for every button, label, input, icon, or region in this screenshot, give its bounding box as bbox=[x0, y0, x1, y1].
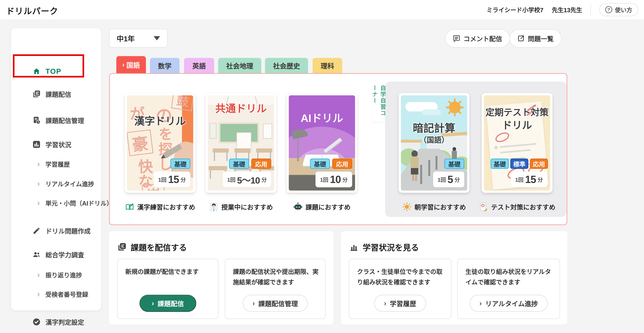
test-drill-cover: 定期テスト対策 ドリル 基礎 標準 応用 1回15分 bbox=[484, 95, 550, 191]
drill-card-teiki-test[interactable]: 定期テスト対策 ドリル 基礎 標準 応用 1回15分 bbox=[482, 93, 552, 193]
self-study-corner-label: 自学自習コーナー bbox=[370, 85, 387, 122]
sidebar-item-top[interactable]: TOP bbox=[11, 66, 101, 77]
student-figure bbox=[409, 150, 420, 181]
tab-label: 数学 bbox=[158, 61, 172, 70]
sidebar-item-kadai-kanri[interactable]: 課題配信管理 bbox=[11, 114, 101, 126]
duration-box: 1回10分 bbox=[316, 172, 352, 187]
drill-title: 漢字ドリル bbox=[127, 113, 193, 127]
guardrail bbox=[428, 160, 430, 176]
desk bbox=[213, 148, 229, 153]
teacher-name: 先生13先生 bbox=[552, 5, 582, 14]
kanji-deco-box: 豪 bbox=[127, 129, 154, 156]
sidebar-item-gakushu-jokyo[interactable]: 学習状況 bbox=[11, 139, 101, 150]
problem-list-label: 問題一覧 bbox=[528, 34, 554, 43]
sidebar-item-gakushu-rireki[interactable]: › 学習履歴 bbox=[11, 158, 101, 170]
badge-basic: 基礎 bbox=[491, 159, 509, 169]
realtime-shinchoku-button[interactable]: リアルタイム進捗 bbox=[470, 295, 548, 312]
tab-rika[interactable]: 理科 bbox=[312, 58, 342, 73]
self-study-corner-tab: 自学自習コーナー bbox=[372, 85, 385, 122]
sidebar-item-sogo-gakuryoku[interactable]: 総合学力調査 bbox=[11, 249, 101, 260]
drill-caption: 漢字練習におすすめ bbox=[118, 201, 202, 212]
question-icon: ? bbox=[605, 6, 612, 13]
chevron-right-icon: › bbox=[37, 179, 40, 188]
kadai-haishin-label: 課題配信 bbox=[158, 299, 184, 308]
help-button[interactable]: ? 使い方 bbox=[599, 3, 638, 16]
drill-card-anki[interactable]: 暗記計算 （国語） 基礎 1回5分 bbox=[399, 93, 470, 193]
chevron-right-icon: › bbox=[37, 271, 40, 279]
tab-kokugo[interactable]: 国語 bbox=[116, 56, 146, 73]
ai-drill-cover: AIドリル 基礎 応用 1回10分 bbox=[289, 95, 355, 191]
badge-basic: 基礎 bbox=[170, 159, 190, 169]
cloud bbox=[422, 109, 441, 115]
drill-caption: テスト対策におすすめ bbox=[475, 201, 559, 212]
sun-illustration bbox=[449, 101, 461, 113]
sidebar-item-drill-sakusei[interactable]: ドリル問題作成 bbox=[11, 225, 101, 237]
tab-eigo[interactable]: 英語 bbox=[184, 58, 214, 73]
tab-shakai-rekishi[interactable]: 社会歴史 bbox=[265, 58, 308, 73]
history-text: クラス・生徒単位で今までの取り組み状況を確認できます bbox=[357, 267, 444, 287]
subject-panel: 自学自習コーナー が の 鼓 を探して 豪 快な 動 嵐 漢字ドリル 基礎 1回… bbox=[109, 73, 567, 225]
chevron-right-icon: › bbox=[37, 199, 40, 207]
sidebar-item-kanji-hantei[interactable]: 漢字判定設定 bbox=[11, 316, 101, 328]
desk bbox=[234, 148, 250, 153]
duration-box: 1回5〜10分 bbox=[223, 172, 271, 187]
badge-advanced: 応用 bbox=[251, 159, 271, 169]
comment-delivery-label: コメント配信 bbox=[464, 34, 502, 43]
tab-label: 社会地理 bbox=[226, 61, 253, 70]
sidebar-item-furikaeri[interactable]: › 振り返り進捗 bbox=[11, 269, 101, 281]
status-section-heading: 学習状況を見る bbox=[350, 241, 419, 253]
history-card: クラス・生徒単位で今までの取り組み状況を確認できます 学習履歴 bbox=[349, 259, 452, 319]
kadai-kanri-label: 課題配信管理 bbox=[258, 299, 298, 308]
assign-section: 課題を配信する 新規の課題が配信できます 課題配信 課題の配信状況や提出期限、実… bbox=[109, 231, 334, 324]
grade-dropdown-value: 中1年 bbox=[117, 33, 135, 43]
sidebar-item-jukensha-toroku[interactable]: › 受検者番号登録 bbox=[11, 288, 101, 300]
guardrail bbox=[436, 156, 438, 170]
drill-card-kyotsu[interactable]: 共通ドリル 基礎 応用 1回5〜10分 bbox=[206, 93, 276, 193]
kanji-drill-cover: が の 鼓 を探して 豪 快な 動 嵐 漢字ドリル 基礎 1回15分 bbox=[127, 95, 193, 191]
app-header: ドリルパーク ミライシード小学校7 先生13先生 ? 使い方 bbox=[0, 0, 644, 19]
gakushu-rireki-button[interactable]: 学習履歴 bbox=[374, 295, 426, 312]
test-paper-icon bbox=[479, 202, 488, 211]
header-divider bbox=[590, 4, 591, 15]
lamp-shade bbox=[291, 128, 308, 139]
header-right: ミライシード小学校7 先生13先生 ? 使い方 bbox=[486, 0, 638, 19]
badge-standard: 標準 bbox=[510, 159, 528, 169]
tab-label: 英語 bbox=[192, 61, 206, 70]
sidebar-item-tangen-shomon[interactable]: › 単元・小問（AIドリル） bbox=[11, 197, 101, 209]
sidebar-item-realtime-shinchoku[interactable]: › リアルタイム進捗 bbox=[11, 178, 101, 189]
common-drill-cover: 共通ドリル 基礎 応用 1回5〜10分 bbox=[208, 95, 274, 191]
sidebar: TOP 課題配信 課題配信管理 学習状況 › 学習履歴 › リアルタイム進捗 ›… bbox=[11, 28, 101, 310]
kanji-deco-box: 鼓 bbox=[171, 95, 193, 111]
robot-icon bbox=[293, 202, 302, 211]
sidebar-item-kadai-haishin[interactable]: 課題配信 bbox=[11, 88, 101, 100]
check-circle-icon bbox=[32, 318, 41, 326]
guardrail bbox=[420, 165, 422, 184]
side-board bbox=[263, 123, 272, 139]
kadai-haishin-button[interactable]: 課題配信 bbox=[140, 295, 196, 312]
drill-card-ai[interactable]: AIドリル 基礎 応用 1回10分 bbox=[286, 93, 357, 193]
people-icon bbox=[32, 250, 41, 259]
realtime-card: 生徒の取り組み状況をリアルタイムで確認できます リアルタイム進捗 bbox=[457, 259, 560, 319]
tab-shakai-chiri[interactable]: 社会地理 bbox=[218, 58, 261, 73]
badge-advanced: 応用 bbox=[332, 159, 352, 169]
grade-dropdown[interactable]: 中1年 bbox=[109, 29, 168, 48]
school-name: ミライシード小学校7 bbox=[486, 5, 544, 14]
drill-title: 共通ドリル bbox=[208, 100, 274, 115]
lamp-pole bbox=[297, 136, 299, 161]
tab-sugaku[interactable]: 数学 bbox=[150, 58, 180, 73]
bar-chart-icon bbox=[32, 140, 41, 149]
caret-down-icon bbox=[154, 36, 160, 40]
docs-stack-icon bbox=[32, 90, 41, 98]
chevron-right-icon: › bbox=[37, 160, 40, 168]
assign-manage-card: 課題の配信状況や提出期限、実施結果が確認できます 課題配信管理 bbox=[225, 259, 326, 319]
drill-card-kanji[interactable]: が の 鼓 を探して 豪 快な 動 嵐 漢字ドリル 基礎 1回15分 bbox=[125, 93, 196, 193]
duration-box: 1回5分 bbox=[433, 172, 464, 187]
comment-icon bbox=[453, 35, 460, 42]
problem-list-button[interactable]: 問題一覧 bbox=[509, 29, 562, 48]
comment-delivery-button[interactable]: コメント配信 bbox=[445, 29, 510, 48]
desk bbox=[209, 166, 227, 170]
external-link-icon bbox=[517, 35, 525, 42]
teacher-icon bbox=[209, 202, 218, 211]
kadai-kanri-button[interactable]: 課題配信管理 bbox=[242, 295, 308, 312]
badge-advanced: 応用 bbox=[530, 159, 548, 169]
